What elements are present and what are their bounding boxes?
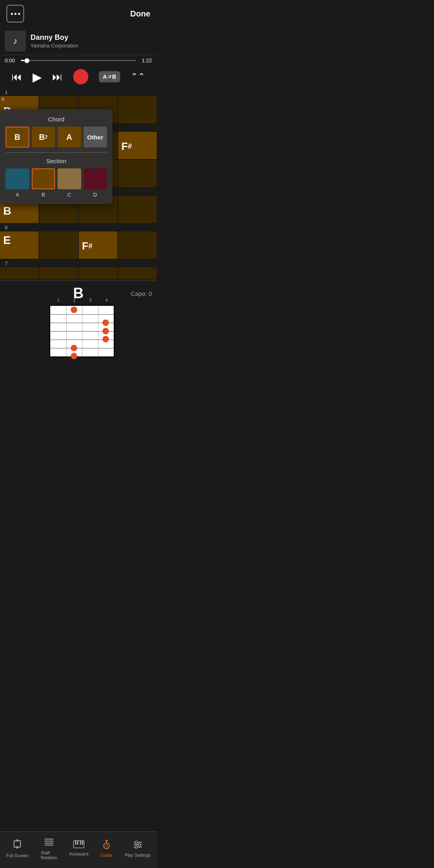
song-title: Danny Boy <box>31 33 78 42</box>
chord-cell-7-4[interactable] <box>118 267 157 279</box>
playback-controls: ⏮ ▶ ⏭ A ↺ B ⌃⌃ <box>0 66 157 88</box>
chord-cell-4-4[interactable] <box>118 160 157 187</box>
measure-num-7: 7 <box>0 260 157 267</box>
fretboard-container: 1 2 3 4 <box>5 305 152 357</box>
done-button[interactable]: Done <box>130 9 150 18</box>
ab-label: A <box>103 74 107 80</box>
section-btn-B[interactable] <box>32 168 55 189</box>
chord-option-other[interactable]: Other <box>84 127 107 147</box>
dot2 <box>14 13 16 15</box>
rewind-button[interactable]: ⏮ <box>12 71 22 83</box>
finger-dot-2 <box>102 319 109 326</box>
fret-num-2: 2 <box>73 298 76 303</box>
song-artist: Yamaha Corporation <box>31 43 78 49</box>
chord-cell-6-4[interactable] <box>118 231 157 259</box>
chord-popup-title: Chord <box>6 116 107 123</box>
chord-cell-6-3[interactable]: F# <box>79 231 117 259</box>
progress-fill <box>21 60 25 61</box>
app-header: Done <box>0 0 157 27</box>
measure-row-6: E F# <box>0 231 157 259</box>
dot1 <box>11 13 13 15</box>
fretboard: 1 2 3 4 <box>38 305 119 357</box>
chord-popup: Chord B B7 A Other Section A B C D <box>0 109 113 204</box>
measure-num-6: 6 <box>0 224 157 231</box>
section-btn-A[interactable] <box>6 168 29 189</box>
chord-grid-area: 1 B B Chord B B7 A Other Section A B C <box>0 88 157 279</box>
popup-chord-row: B B7 A Other <box>6 127 107 147</box>
chord-option-B7[interactable]: B7 <box>32 127 55 147</box>
capo-label: Capo: 0 <box>103 290 152 297</box>
ab-button[interactable]: A ↺ B <box>99 71 120 82</box>
section-btn-D[interactable] <box>84 168 107 189</box>
time-current: 0:00 <box>5 57 18 63</box>
menu-button[interactable] <box>6 5 24 23</box>
progress-bar-container: 0:00 1:22 <box>0 55 157 66</box>
chord-option-A[interactable]: A <box>57 127 81 147</box>
chord-cell-7-3[interactable] <box>79 267 117 279</box>
record-button[interactable] <box>73 69 88 84</box>
section-label-A: A <box>6 192 29 198</box>
fret-num-4: 4 <box>105 298 108 303</box>
ab-b-label: B <box>112 74 116 80</box>
section-label-D: D <box>84 192 107 198</box>
ab-refresh-icon: ↺ <box>108 74 111 80</box>
section-btn-C[interactable] <box>57 168 81 189</box>
section-popup-title: Section <box>6 158 107 164</box>
progress-track[interactable] <box>21 60 136 61</box>
fret-num-1: 1 <box>57 298 59 303</box>
chord-cell-1-4[interactable] <box>118 96 157 123</box>
chord-cell-6-1[interactable]: E <box>0 231 39 259</box>
chord-cell-7-2[interactable] <box>39 267 78 279</box>
progress-thumb <box>25 58 29 63</box>
fast-forward-button[interactable]: ⏭ <box>52 71 63 83</box>
measure-row-7 <box>0 267 157 279</box>
sharp-icon-2: # <box>88 242 92 250</box>
popup-divider <box>6 152 107 153</box>
fret-numbers: 1 2 3 4 <box>50 298 115 303</box>
fret-num-3: 3 <box>89 298 92 303</box>
popup-section-row <box>6 168 107 189</box>
finger-dot-6 <box>71 353 77 359</box>
finger-dot-4 <box>102 336 109 342</box>
finger-dot-3 <box>102 328 109 334</box>
guitar-diagram-section: B Capo: 0 1 2 3 4 <box>0 280 157 364</box>
section-label-B: B <box>32 192 55 198</box>
chord-option-B[interactable]: B <box>6 127 29 147</box>
chord-cell-7-1[interactable] <box>0 267 39 279</box>
song-info-bar: ♪ Danny Boy Yamaha Corporation <box>0 27 157 55</box>
finger-dot-5 <box>71 345 77 351</box>
string-1 <box>50 314 114 315</box>
section-label-C: C <box>57 192 81 198</box>
album-art: ♪ <box>5 31 26 51</box>
chord-cell-5-4[interactable] <box>118 196 157 223</box>
chord-cell-6-2[interactable] <box>39 231 78 259</box>
dot3 <box>18 13 20 15</box>
string-5 <box>50 348 114 348</box>
fret-grid <box>49 305 115 357</box>
time-total: 1:22 <box>139 57 152 63</box>
chord-cell-2-4[interactable]: F# <box>118 132 157 159</box>
finger-dot-1 <box>71 307 77 313</box>
section-labels: A B C D <box>6 192 107 198</box>
measure-num-1: 1 <box>0 88 157 96</box>
collapse-button[interactable]: ⌃⌃ <box>131 72 145 82</box>
sharp-icon: # <box>128 142 132 151</box>
song-details: Danny Boy Yamaha Corporation <box>31 33 78 49</box>
play-button[interactable]: ▶ <box>33 70 42 84</box>
